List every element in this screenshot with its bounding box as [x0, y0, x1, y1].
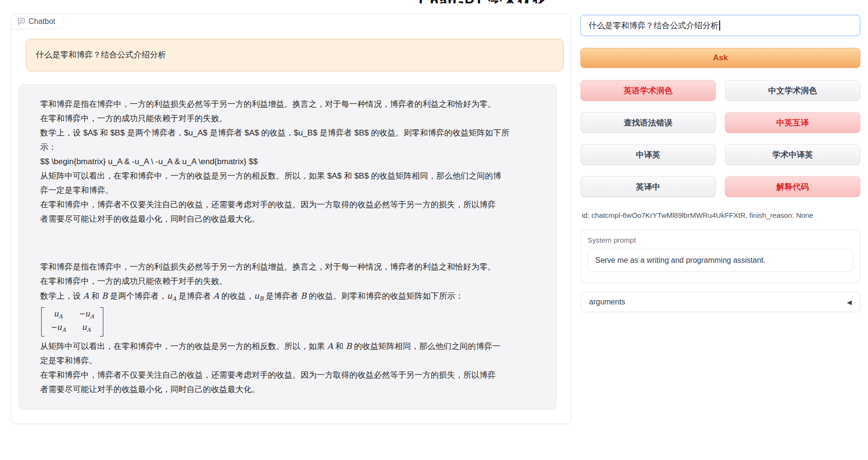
button-find-grammar-errors[interactable]: 查找语法错误 — [580, 112, 716, 133]
chat-message-list: 什么是零和博弈？结合公式介绍分析 零和博弈是指在博弈中，一方的利益损失必然等于另… — [11, 14, 571, 424]
rendered-matrix: uA −uA −uA uA — [40, 306, 537, 339]
math-var: A — [83, 291, 89, 301]
bot-line: 在零和博弈中，博弈者不仅要关注自己的收益，还需要考虑对手的收益。因为一方取得的收… — [40, 368, 537, 382]
partial-page-title: ChatGPT 学术优化 — [412, 0, 555, 3]
system-prompt-value: Serve me as a writing and programming as… — [595, 256, 766, 265]
bot-line: 在零和博弈中，博弈者不仅要关注自己的收益，还需要考虑对手的收益。因为一方取得的收… — [40, 198, 537, 212]
button-zh-en-mutual-translate[interactable]: 中英互译 — [725, 112, 860, 133]
app-root: ChatGPT 学术优化 Chatbot 什么是零和博弈？结合公式介绍分析 零和… — [0, 0, 868, 460]
bot-line: 数学上，设 $A$ 和 $B$ 是两个博弈者，$u_A$ 是博弈者 $A$ 的收… — [40, 126, 537, 140]
question-input-value: 什么是零和博弈？结合公式介绍分析 — [589, 20, 719, 31]
matrix-right-bracket — [100, 307, 103, 337]
chatbot-panel: Chatbot 什么是零和博弈？结合公式介绍分析 零和博弈是指在博弈中，一方的利… — [11, 14, 571, 424]
completion-status-text: id: chatcmpl-6wOo7KrYTwMl89lbrMWRu4UkFFX… — [580, 211, 860, 219]
bot-message-bubble: 零和博弈是指在博弈中，一方的利益损失必然等于另一方的利益增益。换言之，对于每一种… — [19, 84, 556, 410]
bot-line: 零和博弈是指在博弈中，一方的利益损失必然等于另一方的利益增益。换言之，对于每一种… — [40, 260, 537, 274]
bot-line: 定是零和博弈。 — [40, 354, 537, 368]
accordion-collapse-arrow-icon: ◀ — [847, 299, 852, 306]
bot-line: 从矩阵中可以看出，在零和博弈中，一方的收益是另一方的相反数。所以，如果 A 和 … — [40, 339, 537, 354]
button-academic-zh-to-en[interactable]: 学术中译英 — [725, 144, 860, 165]
bot-line: 从矩阵中可以看出，在零和博弈中，一方的收益是另一方的相反数。所以，如果 $A$ … — [40, 169, 537, 183]
matrix-cell: −uA — [78, 309, 94, 322]
matrix-cell: uA — [78, 322, 94, 335]
math-var: A — [327, 341, 333, 351]
bot-line: 弈一定是零和博弈。 — [40, 183, 537, 198]
matrix-cell: −uA — [50, 322, 66, 335]
bot-line: 在零和博弈中，一方的成功只能依赖于对手的失败。 — [40, 112, 537, 126]
system-prompt-label: System prompt — [588, 236, 853, 244]
user-message-bubble: 什么是零和博弈？结合公式介绍分析 — [26, 39, 564, 71]
function-button-grid: 英语学术润色 中文学术润色 查找语法错误 中英互译 中译英 学术中译英 英译中 … — [580, 80, 860, 197]
user-message-text: 什么是零和博弈？结合公式介绍分析 — [36, 48, 554, 62]
bot-line: 者需要尽可能让对手的收益最小化，同时自己的收益最大化。 — [40, 212, 537, 226]
arguments-accordion[interactable]: arguments ◀ — [580, 292, 860, 312]
math-var: B — [101, 291, 108, 301]
bot-line: 示： — [40, 140, 537, 155]
bot-line: 者需要尽可能让对手的收益最小化，同时自己的收益最大化。 — [40, 382, 537, 397]
button-chinese-academic-polish[interactable]: 中文学术润色 — [725, 80, 860, 101]
bot-line: 零和博弈是指在博弈中，一方的利益损失必然等于另一方的利益增益。换言之，对于每一种… — [40, 97, 537, 112]
button-en-to-zh[interactable]: 英译中 — [580, 176, 716, 197]
chat-bubble-icon — [17, 17, 25, 25]
bot-line: 在零和博弈中，一方的成功只能依赖于对手的失败。 — [40, 274, 537, 289]
chatbot-label: Chatbot — [11, 14, 63, 29]
matrix-left-bracket — [41, 307, 45, 337]
question-input[interactable]: 什么是零和博弈？结合公式介绍分析 — [580, 15, 860, 36]
math-var: B — [300, 291, 307, 301]
math-var: A — [213, 291, 219, 301]
math-var: uA — [167, 291, 177, 301]
math-var: uB — [254, 291, 264, 301]
arguments-accordion-label: arguments — [589, 298, 625, 306]
chatbot-label-text: Chatbot — [29, 17, 56, 26]
bot-math-line: 数学上，设 A 和 B 是两个博弈者，uA 是博弈者 A 的收益，uB 是博弈者… — [40, 289, 537, 306]
bot-latex-source-line: $$ \begin{bmatrix} u_A & -u_A \ -u_A & u… — [40, 155, 537, 169]
button-zh-to-en[interactable]: 中译英 — [580, 144, 716, 165]
math-var: B — [345, 341, 352, 351]
text-cursor — [719, 21, 720, 31]
ask-button[interactable]: Ask — [580, 48, 860, 68]
button-english-academic-polish[interactable]: 英语学术润色 — [580, 80, 716, 101]
system-prompt-card: System prompt Serve me as a writing and … — [580, 229, 860, 283]
system-prompt-input[interactable]: Serve me as a writing and programming as… — [588, 249, 853, 272]
button-explain-code[interactable]: 解释代码 — [725, 176, 860, 197]
matrix-cell: uA — [50, 309, 66, 322]
controls-column: 什么是零和博弈？结合公式介绍分析 Ask 英语学术润色 中文学术润色 查找语法错… — [580, 15, 860, 312]
